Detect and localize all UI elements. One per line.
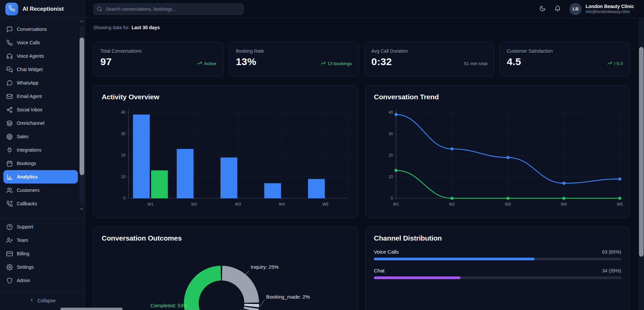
share-icon [6, 107, 13, 113]
theme-toggle-moon-icon[interactable] [538, 4, 547, 14]
svg-text:W4: W4 [561, 202, 567, 207]
bar-W4-conversations [264, 183, 281, 198]
sidebar-item-integrations[interactable]: Integrations [3, 143, 78, 157]
channel-row-voice-calls: Voice Calls63 (65%) [374, 249, 621, 260]
scroll-up-icon[interactable] [79, 19, 84, 25]
point-bookings-W4 [562, 197, 565, 200]
page-scrollbar-track[interactable] [639, 18, 644, 310]
conversation-outcomes-card: Conversation Outcomes Inquiry: 25%Bookin… [93, 226, 358, 310]
sidebar-item-email-agent[interactable]: Email Agent [3, 90, 78, 103]
stat-badge-text: 13 bookings [328, 61, 352, 66]
channel-progress-track [374, 276, 621, 279]
sidebar-item-label: Email Agent [17, 94, 42, 99]
pie-slice-completed [184, 266, 228, 310]
channel-progress-track [374, 258, 621, 260]
sidebar-item-customers[interactable]: Customers [3, 184, 78, 197]
sidebar-item-label: Voice Agents [17, 53, 44, 59]
bar-W1-conversations [133, 114, 150, 198]
avatar[interactable]: LB [569, 3, 582, 15]
sidebar-item-support[interactable]: Support [3, 220, 78, 234]
stat-badge: 51 min total [464, 61, 487, 66]
sidebar-item-sales[interactable]: Sales [3, 130, 78, 143]
sidebar: AI Receptionist ConversationsVoice Calls… [0, 0, 85, 310]
sidebar-item-voice-calls[interactable]: Voice Calls [3, 36, 78, 49]
stat-badge: / 5.0 [607, 61, 623, 67]
collapse-button[interactable]: Collapse [0, 295, 85, 307]
sidebar-item-callbacks[interactable]: Callbacks [3, 197, 78, 210]
channel-value: 34 (35%) [602, 268, 621, 273]
sidebar-item-conversations[interactable]: Conversations [3, 22, 78, 36]
channel-progress-fill [374, 258, 535, 260]
channel-label: Chat [374, 268, 385, 273]
stats-row: Total Conversations97ActiveBooking Rate1… [93, 42, 630, 77]
point-conversations-W5 [618, 177, 621, 180]
trend-up-icon [197, 61, 202, 67]
sidebar-nav: ConversationsVoice CallsVoice AgentsChat… [0, 18, 81, 215]
charts-row-2: Conversation Outcomes Inquiry: 25%Bookin… [93, 226, 630, 310]
channel-label: Voice Calls [374, 249, 399, 255]
sidebar-item-chat-widget[interactable]: Chat Widget [3, 63, 78, 76]
sidebar-item-admin[interactable]: Admin [3, 274, 78, 287]
svg-text:W5: W5 [617, 202, 623, 207]
svg-text:40: 40 [389, 110, 393, 115]
bar-W3-conversations [220, 157, 237, 198]
chart-title: Channel Distribution [366, 227, 629, 242]
sidebar-scrollbar-track[interactable] [80, 25, 84, 205]
sidebar-item-label: Chat Widget [17, 67, 43, 72]
sidebar-item-billing[interactable]: Billing [3, 247, 78, 260]
sidebar-item-social-inbox[interactable]: Social Inbox [3, 103, 78, 116]
sidebar-item-label: Sales [17, 134, 29, 139]
sidebar-item-analytics[interactable]: Analytics [3, 170, 78, 184]
calendar-icon [6, 160, 13, 167]
point-bookings-W3 [506, 197, 509, 200]
sidebar-item-voice-agents[interactable]: Voice Agents [3, 49, 78, 63]
sidebar-item-label: Settings [17, 264, 34, 270]
sidebar-item-whatsapp[interactable]: WhatsApp [3, 76, 78, 90]
scroll-down-icon[interactable] [79, 206, 84, 213]
sidebar-item-team[interactable]: Team [3, 234, 78, 247]
stat-label: Avg Call Duration [371, 48, 408, 54]
chart-title: Conversation Trend [366, 86, 629, 101]
sidebar-item-settings[interactable]: Settings [3, 260, 78, 274]
svg-text:W3: W3 [235, 202, 241, 207]
app-title: AI Receptionist [22, 6, 64, 12]
notifications-bell-icon[interactable] [553, 4, 562, 14]
bar-W5-conversations [308, 179, 325, 198]
search-input[interactable] [93, 3, 244, 15]
pie-slice-booking-made [244, 307, 259, 310]
horizontal-scrollbar-thumb[interactable] [60, 308, 122, 310]
conversation-trend-card: Conversation Trend 010203040W1W2W3W4W5 [365, 85, 630, 218]
activity-overview-card: Activity Overview 010203040W1W2W3W4W5 [93, 85, 358, 218]
target-icon [6, 134, 13, 140]
conversation-trend-line-chart: 010203040W1W2W3W4W5 [366, 104, 630, 215]
sidebar-item-omnichannel[interactable]: Omnichannel [3, 116, 78, 130]
svg-text:W2: W2 [449, 202, 455, 207]
point-bookings-W2 [450, 197, 453, 200]
messages-square-icon [6, 66, 13, 73]
channel-distribution-rows: Voice Calls63 (65%)Chat34 (35%) [366, 242, 629, 279]
collapse-label: Collapse [37, 298, 55, 303]
shield-icon [6, 277, 13, 284]
sidebar-divider [0, 292, 85, 293]
svg-text:W5: W5 [323, 202, 329, 207]
pie-label-completed: Completed: 53% [150, 303, 188, 308]
stat-card-customer-satisfaction: Customer Satisfaction4.5/ 5.0 [500, 42, 630, 77]
users-icon [6, 187, 13, 194]
channel-distribution-card: Channel Distribution Voice Calls63 (65%)… [365, 226, 630, 310]
stat-value: 13% [236, 56, 264, 67]
svg-text:W2: W2 [191, 202, 197, 207]
svg-text:40: 40 [121, 110, 126, 115]
mail-icon [6, 93, 13, 100]
topbar: LB London Beauty Clinic info@londonbeaut… [85, 0, 644, 18]
sidebar-scrollbar-thumb[interactable] [80, 38, 84, 175]
sidebar-item-bookings[interactable]: Bookings [3, 157, 78, 170]
pie-label-booking-made: Booking_made: 2% [266, 294, 310, 300]
headphones-icon [6, 53, 13, 59]
app-logo-phone-icon [5, 3, 18, 15]
bar-W2-conversations [177, 149, 194, 198]
svg-text:10: 10 [121, 174, 126, 179]
svg-text:0: 0 [123, 196, 126, 201]
org-email: info@londonbeauty.clinic [586, 9, 634, 14]
channel-progress-fill [374, 276, 460, 279]
page-scrollbar-thumb[interactable] [639, 47, 644, 257]
